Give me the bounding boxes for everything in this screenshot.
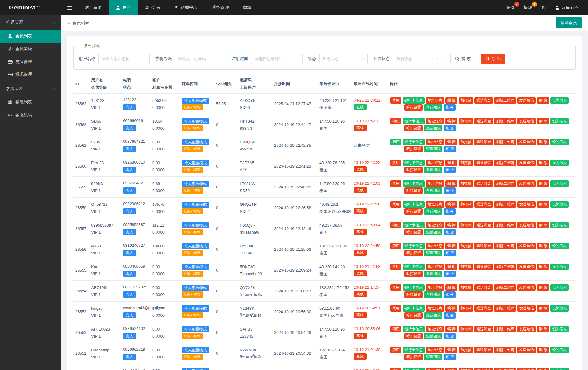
op-account-change-button[interactable]: 账 变: [444, 354, 456, 360]
sidebar-item-support-list[interactable]: 客服列表: [0, 96, 61, 109]
op-toggle-button[interactable]: 禁用: [390, 284, 401, 291]
op-view-team-button[interactable]: 查看团队: [424, 333, 442, 339]
op-bank-info-button[interactable]: 银行卡信息: [403, 368, 425, 370]
op-account-change-button[interactable]: 账 变: [444, 312, 456, 319]
op-gift-bonus-button[interactable]: 赠送彩金: [474, 284, 493, 291]
user-menu[interactable]: admin: [555, 5, 578, 10]
op-address-info-button[interactable]: 地址信息: [426, 305, 444, 312]
op-send-sms-button[interactable]: 发送短信: [517, 326, 536, 332]
recharge-link[interactable]: 充值 2: [506, 5, 515, 10]
op-gift-bonus-button[interactable]: 赠送彩金: [474, 326, 493, 332]
op-delete-button[interactable]: 删 除: [537, 305, 549, 312]
op-refresh-qrcode-button[interactable]: 刷新二维码: [494, 139, 516, 145]
nav-item-trade[interactable]: 交易: [138, 0, 167, 15]
sidebar-item-support-code[interactable]: 客服代码: [0, 109, 61, 121]
op-set-fake-button[interactable]: 设为假人: [550, 264, 569, 270]
op-add-deduct-button[interactable]: 加扣款: [459, 118, 473, 124]
op-toggle-button[interactable]: 禁用: [390, 160, 401, 166]
op-add-deduct-button[interactable]: 加扣款: [459, 139, 473, 145]
op-add-deduct-button[interactable]: 加扣款: [459, 368, 473, 370]
op-hidden-deduct-button[interactable]: 暗扣设置: [404, 125, 423, 131]
op-send-sms-button[interactable]: 发送短信: [517, 284, 536, 291]
export-button[interactable]: 导 出: [481, 54, 505, 64]
online-status-select[interactable]: 所有状态: [393, 54, 441, 64]
op-account-change-button[interactable]: 账 变: [444, 291, 456, 298]
op-refresh-qrcode-button[interactable]: 刷新二维码: [494, 222, 516, 228]
op-account-change-button[interactable]: 账 变: [444, 146, 456, 152]
op-address-info-button[interactable]: 地址信息: [426, 368, 444, 370]
op-send-sms-button[interactable]: 发送短信: [517, 97, 536, 104]
op-set-fake-button[interactable]: 设为假人: [550, 347, 569, 353]
op-set-fake-button[interactable]: 设为假人: [550, 201, 569, 208]
op-set-fake-button[interactable]: 设为假人: [550, 180, 569, 187]
nav-item-dashboard[interactable]: 后台首页: [78, 0, 109, 15]
op-refresh-qrcode-button[interactable]: 刷新二维码: [494, 305, 516, 312]
op-hidden-deduct-button[interactable]: 暗扣设置: [404, 271, 423, 277]
op-view-team-button[interactable]: 查看团队: [424, 291, 442, 298]
op-view-team-button[interactable]: 查看团队: [424, 146, 442, 152]
op-refresh-qrcode-button[interactable]: 刷新二维码: [494, 180, 516, 187]
op-account-change-button[interactable]: 账 变: [444, 250, 456, 256]
op-send-sms-button[interactable]: 发送短信: [517, 264, 536, 270]
op-add-deduct-button[interactable]: 加扣款: [459, 222, 473, 228]
op-edit-button[interactable]: 编 辑: [445, 118, 457, 124]
op-edit-button[interactable]: 编 辑: [445, 180, 457, 187]
sidebar-item-withdraw-management[interactable]: 提现管理: [0, 68, 61, 81]
op-set-fake-button[interactable]: 设为假人: [550, 118, 569, 124]
op-gift-bonus-button[interactable]: 赠送彩金: [474, 118, 493, 124]
op-address-info-button[interactable]: 地址信息: [426, 139, 444, 145]
op-gift-bonus-button[interactable]: 赠送彩金: [474, 139, 493, 145]
op-edit-button[interactable]: 编 辑: [445, 326, 457, 332]
op-set-fake-button[interactable]: 设为假人: [550, 326, 569, 332]
withdraw-link[interactable]: 提现 4: [524, 5, 532, 10]
op-address-info-button[interactable]: 地址信息: [426, 222, 444, 228]
sidebar-toggle-button[interactable]: [61, 0, 78, 15]
op-refresh-qrcode-button[interactable]: 刷新二维码: [494, 118, 516, 124]
op-send-sms-button[interactable]: 发送短信: [517, 118, 536, 124]
op-address-info-button[interactable]: 地址信息: [426, 347, 444, 353]
op-set-fake-button[interactable]: 设为假人: [550, 160, 569, 166]
op-toggle-button[interactable]: 启用: [390, 139, 401, 145]
op-delete-button[interactable]: 删 除: [537, 201, 549, 208]
op-hidden-deduct-button[interactable]: 暗扣设置: [404, 312, 423, 319]
op-address-info-button[interactable]: 地址信息: [426, 243, 444, 249]
op-send-sms-button[interactable]: 发送短信: [517, 305, 536, 312]
op-add-deduct-button[interactable]: 加扣款: [459, 160, 473, 166]
op-delete-button[interactable]: 删 除: [537, 368, 549, 370]
op-address-info-button[interactable]: 地址信息: [426, 160, 444, 166]
op-hidden-deduct-button[interactable]: 暗扣设置: [404, 167, 423, 173]
op-toggle-button[interactable]: 禁用: [390, 118, 401, 124]
op-bank-info-button[interactable]: 银行卡信息: [403, 305, 425, 312]
op-hidden-deduct-button[interactable]: 暗扣设置: [404, 208, 423, 215]
op-add-deduct-button[interactable]: 加扣款: [459, 326, 473, 332]
op-edit-button[interactable]: 编 辑: [445, 347, 457, 353]
sidebar-group-support-management[interactable]: 客服管理: [0, 81, 61, 96]
op-delete-button[interactable]: 删 除: [537, 222, 549, 228]
nav-item-help-center[interactable]: 帮助中心: [167, 0, 205, 15]
op-send-sms-button[interactable]: 发送短信: [517, 139, 536, 145]
search-button[interactable]: 搜 索: [450, 54, 475, 64]
op-gift-bonus-button[interactable]: 赠送彩金: [474, 347, 493, 353]
op-delete-button[interactable]: 删 除: [537, 97, 549, 104]
op-delete-button[interactable]: 删 除: [537, 180, 549, 187]
refresh-icon[interactable]: ↻: [541, 5, 546, 10]
op-delete-button[interactable]: 删 除: [537, 118, 549, 124]
op-address-info-button[interactable]: 地址信息: [426, 118, 444, 124]
op-bank-info-button[interactable]: 银行卡信息: [403, 347, 425, 353]
op-view-team-button[interactable]: 查看团队: [424, 187, 442, 194]
op-edit-button[interactable]: 编 辑: [445, 264, 457, 270]
op-view-team-button[interactable]: 查看团队: [424, 167, 442, 173]
op-delete-button[interactable]: 删 除: [537, 139, 549, 145]
op-delete-button[interactable]: 删 除: [537, 264, 549, 270]
op-edit-button[interactable]: 编 辑: [445, 222, 457, 228]
op-bank-info-button[interactable]: 银行卡信息: [403, 222, 425, 228]
op-refresh-qrcode-button[interactable]: 刷新二维码: [494, 97, 516, 104]
nav-item-mall[interactable]: 商城: [236, 0, 259, 15]
sidebar-item-member-list[interactable]: 会员列表: [0, 30, 61, 43]
op-address-info-button[interactable]: 地址信息: [426, 180, 444, 187]
op-view-team-button[interactable]: 查看团队: [424, 250, 442, 256]
op-hidden-deduct-button[interactable]: 暗扣设置: [404, 146, 423, 152]
op-edit-button[interactable]: 编 辑: [445, 201, 457, 208]
op-add-deduct-button[interactable]: 加扣款: [459, 305, 473, 312]
op-set-fake-button[interactable]: 设为假人: [550, 368, 569, 370]
